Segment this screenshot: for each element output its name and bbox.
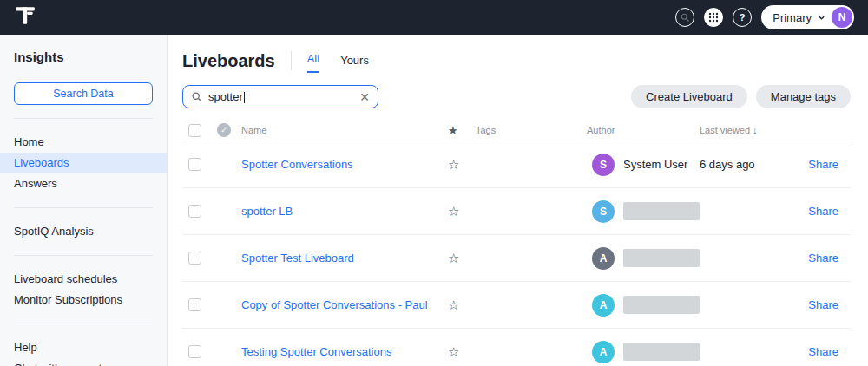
sidebar-item-monitor-subscriptions[interactable]: Monitor Subscriptions (0, 290, 167, 310)
liveboard-name-link[interactable]: spotter LB (241, 205, 293, 218)
table-row: Copy of Spotter Conversations - Paul ☆ A… (182, 282, 851, 329)
redacted-author-block (623, 343, 700, 361)
favorite-star-icon[interactable]: ☆ (448, 344, 459, 360)
table-row: Spotter Conversations ☆ S System User 6 … (182, 141, 851, 188)
row-checkbox[interactable] (188, 298, 201, 311)
manage-tags-button[interactable]: Manage tags (756, 85, 851, 108)
sidebar-item-spotiq-analysis[interactable]: SpotIQ Analysis (0, 221, 167, 242)
row-checkbox[interactable] (188, 252, 201, 265)
share-link[interactable]: Share (808, 252, 838, 265)
sort-desc-icon: ↓ (753, 125, 758, 135)
select-all-checkbox[interactable] (188, 124, 201, 137)
table-row: Testing Spotter Conversations ☆ A Share (182, 329, 851, 366)
org-switcher-button[interactable]: Primary N (761, 5, 854, 29)
liveboard-name-link[interactable]: Testing Spotter Conversations (241, 345, 391, 358)
liveboard-name-link[interactable]: Copy of Spotter Conversations - Paul (241, 298, 428, 311)
divider (14, 207, 153, 208)
sidebar-heading: Insights (0, 49, 167, 64)
row-checkbox[interactable] (188, 345, 201, 358)
last-viewed: 6 days ago (700, 158, 755, 171)
author-avatar: A (592, 341, 615, 363)
user-avatar[interactable]: N (832, 7, 852, 28)
favorite-star-icon[interactable]: ☆ (448, 157, 459, 173)
org-switcher-label: Primary (773, 11, 812, 24)
redacted-author-block (623, 296, 700, 314)
divider (14, 324, 153, 324)
row-checkbox[interactable] (188, 205, 201, 218)
liveboards-table: ✓ Name ★ Tags Author Last viewed↓ Spotte… (182, 120, 851, 366)
share-link[interactable]: Share (808, 205, 838, 218)
redacted-author-block (623, 202, 700, 220)
column-header-author[interactable]: Author (587, 125, 700, 135)
search-icon[interactable] (675, 8, 694, 27)
favorites-column-icon[interactable]: ★ (448, 124, 458, 137)
divider (14, 118, 153, 119)
magnifier-icon (191, 91, 202, 102)
author-avatar: A (592, 294, 615, 317)
liveboard-name-link[interactable]: Spotter Test Liveboard (241, 252, 354, 265)
favorite-star-icon[interactable]: ☆ (448, 297, 459, 313)
search-input-value: spotter (208, 90, 353, 103)
sidebar-item-home[interactable]: Home (0, 132, 167, 153)
share-link[interactable]: Share (808, 298, 838, 311)
favorite-star-icon[interactable]: ☆ (448, 204, 459, 219)
liveboard-name-link[interactable]: Spotter Conversations (241, 158, 353, 171)
table-row: Spotter Test Liveboard ☆ A Share (182, 235, 851, 282)
chevron-down-icon (818, 14, 825, 22)
share-link[interactable]: Share (808, 158, 838, 171)
share-link[interactable]: Share (808, 345, 838, 358)
column-header-last-viewed[interactable]: Last viewed↓ (700, 125, 802, 135)
top-bar: ? Primary N (0, 0, 868, 35)
question-mark-glyph: ? (740, 12, 746, 23)
redacted-author-block (623, 249, 700, 267)
favorite-star-icon[interactable]: ☆ (448, 251, 459, 266)
author-name: System User (623, 158, 687, 171)
clear-search-icon[interactable]: ✕ (359, 91, 370, 103)
divider (14, 255, 153, 256)
title-tabs-divider (291, 51, 292, 70)
column-header-tags[interactable]: Tags (476, 125, 587, 135)
sidebar-item-chat-with-support[interactable]: Chat with support (0, 358, 167, 366)
sidebar-item-liveboard-schedules[interactable]: Liveboard schedules (0, 269, 167, 290)
main-content: Liveboards All Yours spotter ✕ Create Li… (168, 35, 868, 366)
table-header: ✓ Name ★ Tags Author Last viewed↓ (182, 120, 851, 141)
column-header-name[interactable]: Name (241, 125, 448, 135)
apps-grid-icon[interactable] (704, 8, 723, 27)
page-title: Liveboards (182, 51, 275, 71)
sidebar-item-answers[interactable]: Answers (0, 173, 167, 194)
author-avatar: A (592, 247, 615, 270)
tab-all[interactable]: All (307, 52, 319, 73)
text-caret (244, 92, 245, 103)
liveboard-search-input[interactable]: spotter ✕ (182, 85, 378, 108)
tab-yours[interactable]: Yours (340, 54, 369, 73)
table-row: spotter LB ☆ S Share (182, 188, 851, 235)
verified-badge-icon[interactable]: ✓ (217, 123, 231, 137)
search-data-button[interactable]: Search Data (14, 82, 153, 105)
sidebar-item-liveboards[interactable]: Liveboards (0, 153, 167, 173)
sidebar-item-help[interactable]: Help (0, 337, 167, 358)
create-liveboard-button[interactable]: Create Liveboard (631, 85, 747, 108)
thoughtspot-logo[interactable] (14, 4, 36, 30)
tab-bar: All Yours (307, 49, 369, 73)
sidebar: Insights Search Data Home Liveboards Ans… (0, 35, 168, 366)
author-avatar: S (592, 154, 615, 176)
row-checkbox[interactable] (188, 158, 201, 171)
help-icon[interactable]: ? (733, 8, 752, 27)
author-avatar: S (592, 200, 615, 223)
